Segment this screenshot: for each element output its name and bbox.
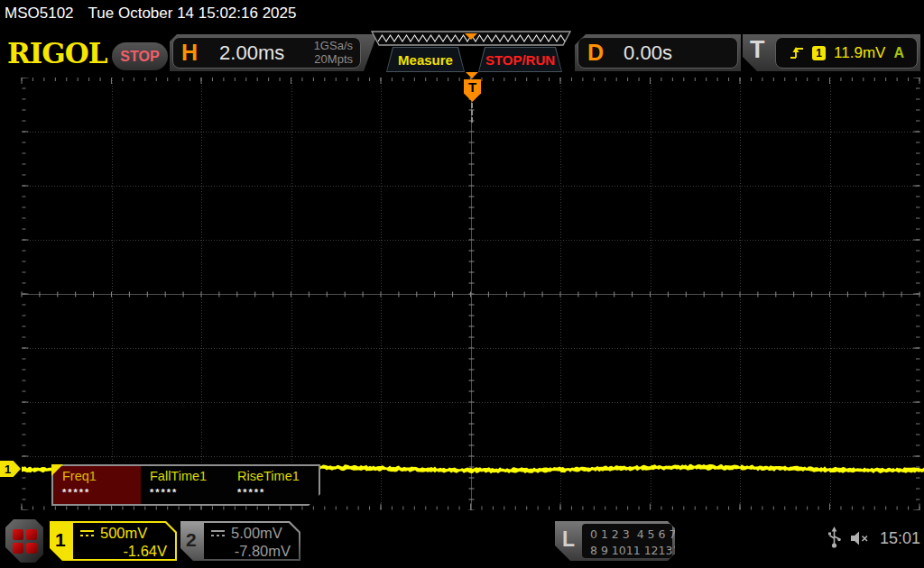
logic-analyzer-badge[interactable]: L 0 1 2 3 4 5 6 7 8 9 1011 12131415 — [555, 521, 675, 561]
dc-coupling-icon — [79, 529, 95, 537]
horizontal-label: H — [181, 40, 198, 66]
sample-rate: 1GSa/s — [314, 39, 353, 52]
dc-coupling-icon — [210, 529, 226, 537]
overlay-fold-corner — [51, 464, 63, 476]
channel2-number: 2 — [186, 529, 197, 551]
delay-widget[interactable]: D 0.00s — [575, 34, 741, 71]
falling-edge-icon — [789, 45, 804, 61]
measurement-overlay[interactable]: Freq1 ***** FallTime1 ***** RiseTime1 **… — [51, 464, 320, 506]
status-bar: MSO5102Tue October 14 15:02:16 2025 — [5, 5, 296, 23]
rigol-logo: RIGOL — [7, 37, 107, 70]
datetime: Tue October 14 15:02:16 2025 — [88, 5, 297, 22]
usb-icon — [827, 527, 841, 550]
channel1-badge[interactable]: 1 500mV -1.64V — [50, 521, 177, 561]
measurement-cell-freq1[interactable]: Freq1 ***** — [53, 466, 141, 504]
digital-channels-row2: 8 9 1011 12131415 — [590, 544, 701, 557]
timebase-value: 2.00ms — [219, 41, 284, 65]
channel2-offset: -7.80mV — [210, 543, 291, 560]
main-menu-button[interactable] — [5, 519, 43, 563]
channel2-scale: 5.00mV — [231, 525, 282, 542]
oscilloscope-screen: MSO5102Tue October 14 15:02:16 2025 RIGO… — [0, 0, 924, 568]
model-name: MSO5102 — [5, 5, 74, 22]
trigger-source-badge: 1 — [812, 46, 826, 60]
measurement-cell-falltime1[interactable]: FallTime1 ***** — [141, 466, 228, 504]
stop-run-button[interactable]: STOP/RUN — [478, 47, 562, 72]
channel1-number: 1 — [55, 529, 66, 551]
trigger-level: 11.9mV — [834, 44, 885, 62]
acquisition-state-badge: STOP — [112, 42, 168, 70]
trigger-position-line — [471, 103, 473, 123]
trigger-label: T — [750, 36, 765, 64]
measurement-cell-risetime1[interactable]: RiseTime1 ***** — [228, 466, 316, 504]
delay-value: 0.00s — [624, 41, 672, 65]
logic-analyzer-label: L — [562, 527, 575, 552]
delay-label: D — [587, 40, 604, 66]
menu-grid-icon — [13, 529, 37, 554]
clock: 15:01 — [880, 529, 920, 548]
system-tray: 15:01 — [827, 527, 920, 550]
trigger-position-triangle[interactable] — [466, 72, 478, 78]
channel1-offset: -1.64V — [79, 543, 167, 560]
channel2-badge[interactable]: 2 5.00mV -7.80mV — [180, 521, 300, 561]
memory-depth: 20Mpts — [314, 52, 353, 66]
digital-channels-row1: 0 1 2 3 4 5 6 7 — [590, 527, 676, 541]
trigger-sweep-mode: A — [893, 45, 904, 61]
channel1-scale: 500mV — [100, 525, 147, 542]
measure-button[interactable]: Measure — [386, 47, 465, 72]
trigger-widget[interactable]: T 1 11.9mV A — [743, 34, 920, 71]
speaker-muted-icon — [850, 530, 871, 546]
graticule-canvas — [0, 78, 924, 510]
horizontal-settings-widget[interactable]: H 2.00ms 1GSa/s 20Mpts — [170, 34, 377, 71]
memory-position-bar[interactable] — [371, 31, 571, 47]
